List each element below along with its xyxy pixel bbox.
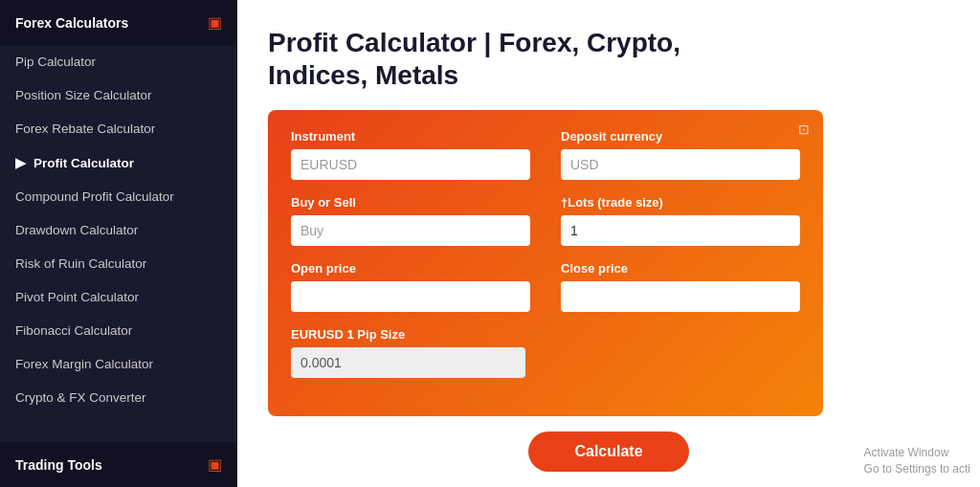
sidebar-footer-icon: ▣ bbox=[208, 455, 222, 474]
close-price-label: Close price bbox=[561, 261, 800, 276]
lots-input[interactable]: 1 bbox=[561, 215, 800, 246]
sidebar-item-label: Crypto & FX Converter bbox=[15, 390, 146, 405]
pip-size-label: EURUSD 1 Pip Size bbox=[291, 327, 525, 342]
pip-size-input[interactable]: 0.0001 bbox=[291, 347, 525, 378]
open-price-input[interactable] bbox=[291, 281, 530, 312]
col-pip-size: EURUSD 1 Pip Size 0.0001 bbox=[291, 327, 525, 378]
sidebar-item-label: Forex Rebate Calculator bbox=[15, 122, 155, 136]
sidebar-item-fibonacci-calculator[interactable]: Fibonacci Calculator bbox=[0, 314, 237, 347]
buy-sell-select[interactable]: Buy Sell bbox=[291, 215, 530, 246]
sidebar-header-icon: ▣ bbox=[208, 13, 222, 32]
col-deposit-currency: Deposit currency USD bbox=[561, 129, 800, 180]
col-close-price: Close price bbox=[561, 261, 800, 312]
sidebar-item-label: Pivot Point Calculator bbox=[15, 290, 139, 304]
open-price-label: Open price bbox=[291, 261, 530, 276]
sidebar-footer-label: Trading Tools bbox=[15, 457, 102, 473]
sidebar-item-position-size-calculator[interactable]: Position Size Calculator bbox=[0, 78, 237, 112]
main-content: Profit Calculator | Forex, Crypto,Indice… bbox=[237, 0, 980, 487]
sidebar: Forex Calculators ▣ Pip CalculatorPositi… bbox=[0, 0, 237, 487]
instrument-label: Instrument bbox=[291, 129, 530, 144]
sidebar-header-label: Forex Calculators bbox=[15, 15, 128, 31]
row-prices: Open price Close price bbox=[291, 261, 800, 312]
sidebar-footer[interactable]: Trading Tools ▣ bbox=[0, 442, 237, 487]
sidebar-item-forex-rebate-calculator[interactable]: Forex Rebate Calculator bbox=[0, 112, 237, 145]
sidebar-item-drawdown-calculator[interactable]: Drawdown Calculator bbox=[0, 213, 237, 247]
row-buy-sell: Buy or Sell Buy Sell †Lots (trade size) … bbox=[291, 195, 800, 246]
sidebar-item-label: Risk of Ruin Calculator bbox=[15, 256, 146, 271]
sidebar-item-label: Compound Profit Calculator bbox=[15, 189, 174, 204]
sidebar-item-pip-calculator[interactable]: Pip Calculator bbox=[0, 45, 237, 78]
deposit-currency-label: Deposit currency bbox=[561, 129, 800, 144]
sidebar-item-forex-margin-calculator[interactable]: Forex Margin Calculator bbox=[0, 347, 237, 381]
deposit-currency-select[interactable]: USD bbox=[561, 149, 800, 180]
instrument-select[interactable]: EURUSD bbox=[291, 149, 530, 180]
sidebar-item-crypto-fx-converter[interactable]: Crypto & FX Converter bbox=[0, 381, 237, 414]
col-buy-sell: Buy or Sell Buy Sell bbox=[291, 195, 530, 246]
sidebar-item-label: Fibonacci Calculator bbox=[15, 323, 132, 338]
close-price-input[interactable] bbox=[561, 281, 800, 312]
row-pip-size: EURUSD 1 Pip Size 0.0001 bbox=[291, 327, 800, 378]
arrow-icon: ▶ bbox=[15, 155, 26, 170]
calculate-button[interactable]: Calculate bbox=[528, 432, 688, 472]
row-instrument: Instrument EURUSD Deposit currency USD bbox=[291, 129, 800, 180]
col-open-price: Open price bbox=[291, 261, 530, 312]
lots-label: †Lots (trade size) bbox=[561, 195, 800, 210]
expand-icon[interactable]: ⊡ bbox=[798, 122, 810, 137]
col-lots: †Lots (trade size) 1 bbox=[561, 195, 800, 246]
sidebar-item-label: Position Size Calculator bbox=[15, 88, 152, 102]
sidebar-item-label: Drawdown Calculator bbox=[15, 223, 138, 237]
sidebar-item-pivot-point-calculator[interactable]: Pivot Point Calculator bbox=[0, 280, 237, 314]
sidebar-item-risk-of-ruin-calculator[interactable]: Risk of Ruin Calculator bbox=[0, 247, 237, 280]
buy-or-sell-label: Buy or Sell bbox=[291, 195, 530, 210]
sidebar-item-label: Profit Calculator bbox=[33, 156, 134, 170]
calculate-btn-row: Calculate bbox=[268, 424, 949, 472]
calculator-widget: ⊡ Instrument EURUSD Deposit currency USD… bbox=[268, 110, 823, 416]
sidebar-item-label: Forex Margin Calculator bbox=[15, 357, 153, 371]
activate-windows-watermark: Activate Window Go to Settings to acti bbox=[864, 445, 970, 477]
sidebar-item-profit-calculator[interactable]: ▶Profit Calculator bbox=[0, 145, 237, 180]
sidebar-header[interactable]: Forex Calculators ▣ bbox=[0, 0, 237, 45]
page-title: Profit Calculator | Forex, Crypto,Indice… bbox=[268, 27, 949, 91]
sidebar-item-label: Pip Calculator bbox=[15, 55, 96, 69]
sidebar-item-compound-profit-calculator[interactable]: Compound Profit Calculator bbox=[0, 180, 237, 213]
col-instrument: Instrument EURUSD bbox=[291, 129, 530, 180]
